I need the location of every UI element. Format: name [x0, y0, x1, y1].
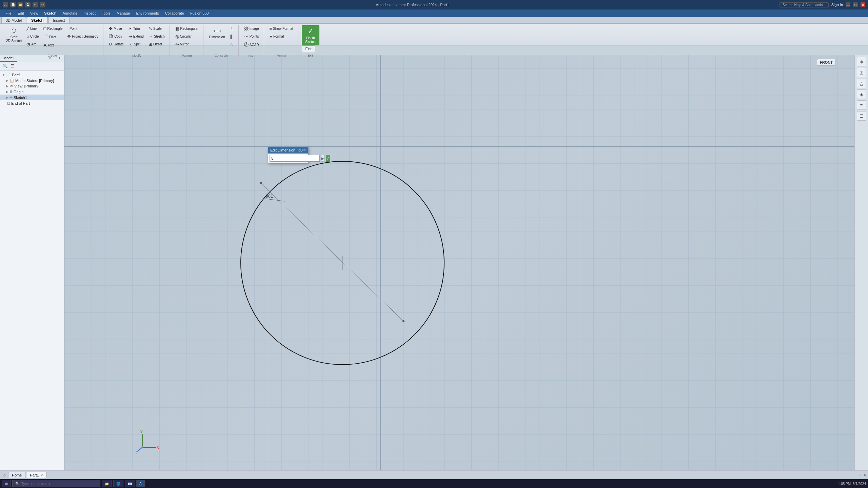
axis-svg: Y X Z: [136, 430, 159, 454]
format-button[interactable]: Ξ Format: [268, 33, 295, 40]
close-button[interactable]: ✕: [861, 2, 865, 7]
trim-button[interactable]: ✂ Trim: [126, 25, 146, 32]
text-button[interactable]: A Text: [42, 42, 65, 49]
dimension-button[interactable]: ⟷ Dimension: [207, 25, 227, 40]
copy-button[interactable]: ⿻ Copy: [107, 33, 125, 40]
start-sketch-button[interactable]: ⬡ Start2D Sketch: [4, 25, 24, 44]
grid-view-btn[interactable]: ⊞: [859, 473, 861, 477]
nav-home-icon[interactable]: ⌂: [1, 472, 7, 478]
edit-dim-input[interactable]: [270, 155, 320, 162]
points-button[interactable]: ⋯ Points: [242, 33, 261, 40]
taskbar-search-input[interactable]: [21, 482, 97, 486]
rectangular-button[interactable]: ▦ Rectangular: [173, 25, 201, 32]
show-format-button[interactable]: ≡ Show Format: [268, 25, 295, 32]
right-btn-4[interactable]: ◈: [857, 89, 866, 99]
line-button[interactable]: ╱ Line: [24, 25, 41, 32]
model-states-icon: 📋: [9, 78, 14, 83]
arc-button[interactable]: ◔ Arc: [24, 41, 41, 48]
fillet-button[interactable]: ⌒ Fillet: [42, 33, 65, 41]
constrain-tools: ⊥ ∥ ◇: [228, 25, 236, 48]
offset-button[interactable]: ⊞ Offset: [146, 41, 167, 48]
finish-sketch-button[interactable]: ✓ FinishSketch: [302, 25, 319, 45]
rotate-button[interactable]: ↺ Rotate: [107, 41, 125, 48]
open-btn[interactable]: 📂: [18, 2, 23, 7]
tree-item-view[interactable]: ▶ 👁 View: [Primary]: [0, 83, 64, 89]
tab-sketch[interactable]: Sketch: [27, 17, 48, 23]
start-button[interactable]: ⊞: [2, 480, 11, 487]
menu-tools[interactable]: Tools: [99, 11, 113, 16]
move-button[interactable]: ✥ Move: [107, 25, 125, 32]
tree-settings-btn[interactable]: ☰: [9, 63, 16, 69]
right-btn-2[interactable]: ◎: [857, 68, 866, 77]
right-btn-3[interactable]: △: [857, 79, 866, 88]
taskbar-right: 1:05 PM 5/1/2024: [838, 482, 866, 486]
edit-dim-expand-btn[interactable]: ▶: [321, 155, 324, 162]
taskbar-search-box[interactable]: 🔍: [12, 480, 100, 487]
maximize-button[interactable]: □: [853, 2, 858, 7]
right-btn-5[interactable]: ≡: [857, 100, 866, 110]
redo-btn[interactable]: ↪: [40, 2, 45, 7]
tree-item-part1[interactable]: ▼ 📄 Part1: [0, 72, 64, 78]
menu-collaborate[interactable]: Collaborate: [162, 11, 187, 16]
menu-view[interactable]: View: [27, 11, 41, 16]
circular-button[interactable]: ◎ Circular: [173, 33, 201, 40]
edit-dim-close-btn[interactable]: ✕: [303, 148, 306, 152]
constrain2-button[interactable]: ∥: [228, 33, 236, 40]
tab-3dmodel[interactable]: 3D Model: [1, 17, 26, 23]
menu-annotate[interactable]: Annotate: [60, 11, 80, 16]
app-icon[interactable]: A: [3, 2, 8, 7]
point-button[interactable]: · Point: [65, 25, 100, 32]
tree-item-origin[interactable]: ▶ ⊕ Origin: [0, 89, 64, 95]
extend-button[interactable]: ⇥ Extend: [126, 33, 146, 40]
rectangle-button[interactable]: □ Rectangle: [42, 25, 65, 32]
acad-button[interactable]: Ⓐ ACAD: [242, 41, 261, 49]
new-btn[interactable]: 📄: [10, 2, 16, 7]
minimize-button[interactable]: —: [846, 2, 850, 7]
ribbon-group-format: ≡ Show Format Ξ Format Format: [265, 25, 298, 57]
trim-label: Trim: [133, 27, 140, 30]
menu-environments[interactable]: Environments: [133, 11, 161, 16]
sign-in-btn[interactable]: Sign In: [831, 3, 843, 7]
offset-label: Offset: [153, 42, 162, 46]
view-chevron: ▶: [6, 84, 8, 88]
sketch-canvas[interactable]: .981 Edit Dimension : d0 ✕ ▶ ✓ FRONT Y: [64, 55, 854, 471]
taskbar-app1[interactable]: 📁: [102, 480, 112, 487]
tab-home[interactable]: Home: [8, 472, 25, 478]
menu-file[interactable]: File: [3, 11, 14, 16]
project-geometry-button[interactable]: ⊕ Project Geometry: [65, 33, 100, 40]
taskbar-app3[interactable]: 📧: [125, 480, 135, 487]
right-btn-1[interactable]: ⊕: [857, 57, 866, 66]
zoom-btn[interactable]: ⚙: [864, 473, 867, 477]
menu-inspect[interactable]: Inspect: [81, 11, 98, 16]
line-icon: ╱: [26, 26, 29, 31]
extend-label: Extend: [133, 35, 144, 38]
taskbar-app2[interactable]: 🌐: [113, 480, 123, 487]
undo-btn[interactable]: ↩: [33, 2, 38, 7]
exit-button[interactable]: Exit: [302, 45, 315, 52]
search-help[interactable]: Search Help & Commands...: [780, 2, 829, 7]
tab-part1[interactable]: Part1 ✕: [26, 472, 46, 478]
part1-tab-close[interactable]: ✕: [40, 473, 43, 477]
mirror-button[interactable]: ⇔ Mirror: [173, 41, 201, 48]
split-button[interactable]: ⋮ Split: [126, 41, 146, 48]
part1-icon: 📄: [6, 73, 11, 77]
menu-edit[interactable]: Edit: [15, 11, 27, 16]
constrain3-button[interactable]: ◇: [228, 41, 236, 48]
tree-item-model-states[interactable]: ▶ 📋 Model States: [Primary]: [0, 78, 64, 83]
image-button[interactable]: 🖼 Image: [242, 25, 261, 32]
tab-inspect[interactable]: Inspect: [48, 17, 69, 23]
scale-button[interactable]: ⤡ Scale: [146, 25, 167, 32]
inventor-taskbar-btn[interactable]: A: [136, 480, 145, 487]
constrain1-button[interactable]: ⊥: [228, 25, 236, 32]
edit-dim-confirm-btn[interactable]: ✓: [326, 155, 330, 162]
tree-item-end-of-part[interactable]: ◻ End of Part: [0, 100, 64, 106]
save-btn[interactable]: 💾: [25, 2, 31, 7]
circle-button[interactable]: ○ Circle: [24, 33, 41, 40]
menu-manage[interactable]: Manage: [114, 11, 133, 16]
menu-fusion360[interactable]: Fusion 360: [188, 11, 211, 16]
tree-item-sketch1[interactable]: ▶ ✏ Sketch1: [0, 95, 64, 100]
right-btn-6[interactable]: ☰: [857, 111, 866, 121]
menu-sketch[interactable]: Sketch: [41, 11, 59, 16]
stretch-button[interactable]: ↔ Stretch: [146, 33, 167, 40]
tree-search-btn[interactable]: 🔍: [2, 63, 8, 69]
